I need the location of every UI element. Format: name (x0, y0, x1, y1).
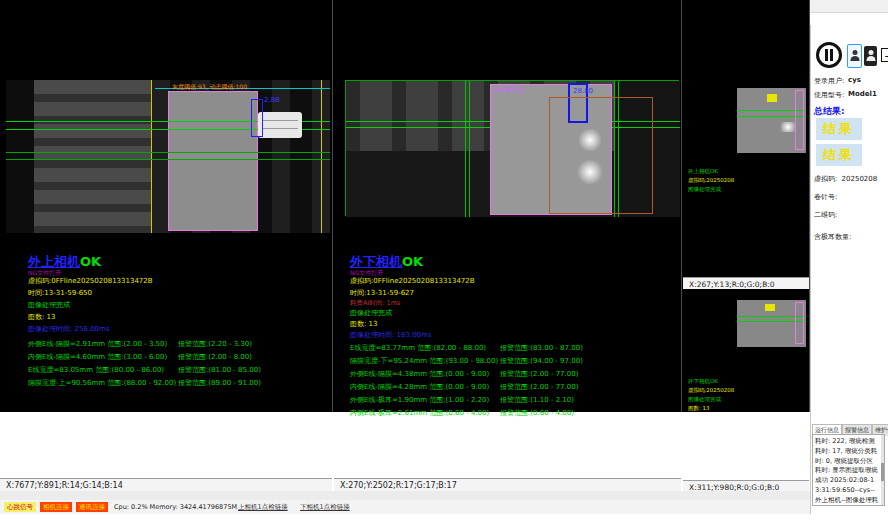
yellow-baseline (151, 80, 152, 233)
result-badge-top: 结果 (816, 118, 862, 140)
threshold-overlay-label: 灰度阈值:93, 动态阈值:100 (172, 83, 247, 90)
cpu-memory-text: Cpu: 0.2% Memory: 3424.41796875M (114, 503, 237, 511)
virtual-code-value: 20250208 (842, 175, 878, 183)
left-camera-title: 外上相机OK (28, 254, 101, 270)
middle-image-count: 图数: 13 (350, 320, 378, 328)
tab-count-label: 含极耳数量: (814, 232, 851, 242)
pause-button[interactable] (816, 42, 842, 68)
measurement-name: 内侧E线-隔膜=4.28mm 范围:(0.00 - 9.00) (350, 383, 489, 391)
app-window: CYS-视觉检测系统 系统配置 相机配置 通讯配置 IO卡配置 ▼ 光源控制配置… (0, 0, 888, 522)
yellow-overlay-mark (767, 94, 777, 102)
yellow-baseline (321, 80, 322, 233)
small-camera-image-bottom[interactable] (737, 300, 806, 347)
measurement-name: 内侧E线-极耳=2.61mm 范围:(0.60 - 4.00) (350, 409, 489, 417)
mini-status-line: 虚拟码:20250208 (688, 387, 734, 394)
measurement-name: 隔膜宽度-下=95.24mm 范围:(93.00 - 98.00) (350, 357, 498, 365)
upper-camera-check-link[interactable]: 上相机1点检链接 (238, 503, 288, 512)
mini-status-line: 外上相机OK (688, 168, 718, 175)
glare-spot (577, 159, 603, 185)
left-process-time: 图像处理时间: 256.00ms (28, 325, 110, 333)
green-baseline (469, 81, 470, 217)
blue-measure-value: 28.80 (573, 87, 593, 95)
small-camera-image-top[interactable] (737, 88, 806, 153)
blue-detect-box (251, 99, 263, 137)
green-measure-line (6, 159, 330, 160)
middle-camera-image[interactable]: AI检测区域 28.80 (345, 80, 679, 216)
mini-status-line: 图像处理完成 (688, 186, 721, 193)
login-user-button[interactable] (847, 44, 862, 68)
measurement-name: 外侧E线-隔膜=4.38mm 范围:(0.00 - 9.00) (350, 370, 489, 378)
cell-region-box (168, 91, 258, 231)
mini-status-line: 图数: 13 (688, 405, 710, 412)
ai-region-label: AI检测区域 (494, 86, 524, 93)
measurement-alarm: 报警范围:(2.00 - 77.00) (500, 370, 578, 378)
measurement-alarm: 报警范围:(2.20 - 3.30) (178, 340, 252, 348)
measurement-alarm: 报警范围:(81.00 - 85.00) (178, 366, 261, 374)
middle-process-done: 图像处理完成 (350, 309, 392, 317)
measurement-alarm: 报警范围:(89.00 - 91.00) (178, 379, 261, 387)
bottom-gap (0, 491, 810, 500)
middle-ng-file-link[interactable]: NG文件打开 (350, 269, 383, 276)
result-badge-text: 结果 (823, 121, 855, 136)
left-camera-ok-status: OK (80, 254, 101, 269)
left-camera-name: 外上相机 (28, 254, 80, 269)
operator-button[interactable] (864, 46, 877, 66)
user-icon (866, 50, 875, 61)
lower-camera-check-link[interactable]: 下相机1点检链接 (300, 503, 350, 512)
left-camera-image[interactable]: 灰度阈值:93, 动态阈值:100 2.88 (6, 80, 330, 233)
left-virtual-code: 虚拟码:0FFline2025020813313472B (28, 277, 153, 285)
user-icon (850, 50, 859, 61)
mini-status-line: 外下相机OK (688, 378, 718, 385)
login-user-label: 登录用户: (814, 76, 844, 86)
run-log-box: 耗时: 222, 瑕疵检测耗时: 17, 瑕疵分类耗时: 0, 瑕疵提取分区耗时… (812, 434, 885, 506)
left-coord-text: X:7677;Y:891;R:14;G:14;B:14 (6, 481, 123, 490)
model-value: Model1 (848, 90, 877, 98)
middle-virtual-code: 虚拟码:0FFline2025020813313472B (350, 277, 475, 285)
comm-connect-badge: 通讯连接 (76, 502, 108, 512)
measurement-name: E线宽度=83.05mm 范围:(80.00 - 86.00) (28, 366, 164, 374)
exit-button[interactable]: → (879, 45, 888, 67)
glare-spot (781, 122, 795, 132)
measurement-name: 外侧E线-极耳=1.90mm 范围:(1.00 - 2.20) (350, 396, 489, 404)
left-process-done: 图像处理完成 (28, 301, 70, 309)
left-coord-bar: X:7677;Y:891;R:14;G:14;B:14 (0, 478, 332, 491)
tab-connector-blob (258, 112, 302, 138)
middle-ai-time: 耗费AI时间: 1ms (350, 300, 400, 308)
yellow-overlay-mark (765, 304, 775, 311)
middle-camera-ok-status: OK (402, 254, 423, 269)
log-scrollbar[interactable] (881, 435, 884, 506)
green-measure-line (6, 152, 330, 153)
small-top-coord-bar: X:267;Y:13;R:0;G:0;B:0 (683, 277, 809, 289)
mini-status-line: 图像处理完成 (688, 396, 721, 403)
green-baseline (465, 81, 466, 217)
login-user-value: cys (848, 76, 861, 84)
small-top-coord-text: X:267;Y:13;R:0;G:0;B:0 (689, 280, 775, 289)
pin-number-label: 卷针号: (814, 192, 837, 202)
camera-connect-badge: 相机连接 (40, 502, 72, 512)
measurement-alarm: 报警范围:(1.10 - 2.10) (500, 396, 574, 404)
middle-camera-name: 外下相机 (350, 254, 402, 269)
model-label: 使用型号: (814, 90, 844, 100)
middle-coord-bar: X:270;Y:2502;R:17;G:17;B:17 (334, 478, 681, 491)
measurement-alarm: 报警范围:(94.00 - 97.00) (500, 357, 583, 365)
result-badge-text: 结果 (823, 147, 855, 162)
measurement-name: E线宽度=83.77mm 范围:(82.00 - 88.00) (350, 344, 486, 352)
virtual-code-row: 虚拟码: 20250208 (814, 174, 877, 184)
result-badge-bottom: 结果 (816, 144, 862, 166)
left-ng-file-link[interactable]: NG文件打开 (28, 269, 61, 276)
heartbeat-status-badge: 心跳信号 (4, 502, 36, 512)
left-time: 时间:13-31-59-650 (28, 289, 92, 297)
measurement-alarm: 报警范围:(0.60 - 4.00) (500, 409, 574, 417)
virtual-code-label: 虚拟码: (814, 175, 837, 183)
orange-roi-box (549, 97, 653, 214)
middle-time: 时间:13-31-59-627 (350, 289, 414, 297)
blue-measure-value: 2.88 (264, 96, 280, 104)
middle-process-time: 图像处理时间: 183.00ms (350, 331, 432, 339)
pause-icon (825, 49, 828, 61)
measurement-alarm: 报警范围:(2.00 - 77.00) (500, 383, 578, 391)
glare-spot (577, 129, 603, 151)
view-divider (681, 0, 682, 412)
view-divider (332, 0, 333, 412)
middle-coord-text: X:270;Y:2502;R:17;G:17;B:17 (340, 481, 457, 490)
mini-status-line: 虚拟码:20250208 (688, 177, 734, 184)
